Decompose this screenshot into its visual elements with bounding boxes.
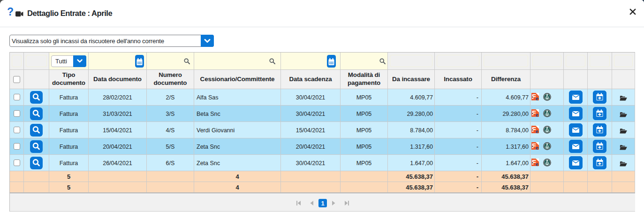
svg-text:e: e (536, 145, 538, 150)
svg-text:e: e (536, 161, 538, 166)
svg-text:e: e (536, 112, 538, 117)
svg-text:e: e (536, 96, 538, 100)
svg-text:e: e (536, 129, 538, 133)
